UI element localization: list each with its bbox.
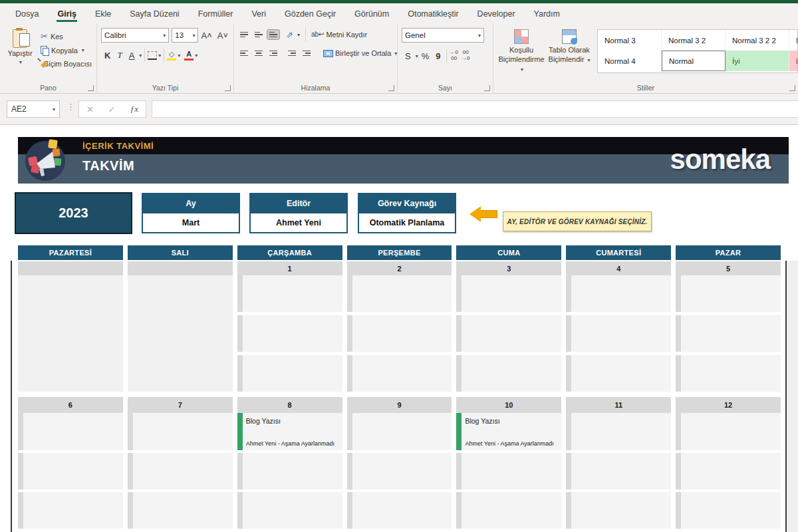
day-cell-1[interactable]: 1: [237, 261, 342, 392]
orientation-button[interactable]: ⇗: [286, 30, 293, 40]
dialog-launcher-icon[interactable]: [388, 85, 394, 91]
event-slot[interactable]: [128, 492, 233, 529]
month-filter[interactable]: Ay Mart: [142, 193, 240, 233]
event-slot-body[interactable]: [462, 275, 561, 312]
event-slot[interactable]: Blog YazısıAhmet Yeni - Aşama Ayarlanmad…: [456, 413, 561, 450]
style-normal-3-2-2[interactable]: Normal 3 2 2: [726, 30, 789, 51]
day-cell-empty[interactable]: [18, 261, 123, 392]
merge-center-button[interactable]: Birleştir ve Ortala ▾: [323, 49, 397, 57]
worksheet[interactable]: İÇERİK TAKVİMİ TAKVİM someka 2023 Ay Mar…: [0, 125, 798, 532]
event-slot[interactable]: [18, 413, 123, 450]
event-slot-body[interactable]: [681, 355, 781, 392]
day-cell-9[interactable]: 9: [347, 397, 452, 529]
event-slot[interactable]: [566, 492, 671, 529]
event-slot[interactable]: Blog YazısıAhmet Yeni - Aşama Ayarlanmad…: [237, 413, 342, 450]
event-slot-body[interactable]: [352, 453, 452, 489]
chevron-down-icon[interactable]: ▾: [587, 57, 590, 63]
event-slot-body[interactable]: [681, 492, 781, 529]
chevron-down-icon[interactable]: ▾: [53, 106, 55, 112]
event-slot-body[interactable]: [571, 453, 671, 489]
chevron-down-icon[interactable]: ▾: [163, 33, 166, 39]
conditional-formatting-button[interactable]: Koşullu Biçimlendirme ▾: [497, 28, 545, 82]
increase-decimal-button[interactable]: ←0 00: [450, 50, 458, 62]
tab-gözden-geçir[interactable]: Gözden Geçir: [277, 5, 343, 24]
wrap-text-button[interactable]: ab↩ Metni Kaydır: [311, 31, 367, 39]
event-slot-body[interactable]: [133, 492, 233, 529]
increase-font-button[interactable]: A˄: [198, 31, 214, 41]
day-cell-5[interactable]: 5: [676, 261, 781, 392]
format-painter-button[interactable]: Biçim Boyacısı: [39, 58, 94, 69]
event-slot[interactable]: [347, 355, 452, 392]
event-slot-body[interactable]: [352, 315, 452, 352]
day-cell-12[interactable]: 12: [676, 397, 781, 529]
day-cell-2[interactable]: 2: [347, 261, 452, 392]
editor-filter[interactable]: Editör Ahmet Yeni: [249, 193, 348, 233]
bold-button[interactable]: K: [101, 50, 114, 61]
year-selector[interactable]: 2023: [15, 192, 132, 234]
day-cell-empty[interactable]: [128, 261, 233, 392]
tab-formüller[interactable]: Formüller: [191, 5, 241, 24]
dialog-launcher-icon[interactable]: [484, 85, 490, 91]
chevron-down-icon[interactable]: ▾: [521, 66, 523, 72]
align-center-button[interactable]: [253, 49, 265, 59]
decrease-decimal-button[interactable]: 00 →0: [462, 50, 469, 62]
event-slot[interactable]: [676, 492, 781, 529]
event-slot[interactable]: [18, 492, 123, 529]
chevron-down-icon[interactable]: ▾: [139, 53, 142, 59]
event-slot-body[interactable]: [462, 453, 561, 489]
day-cell-3[interactable]: 3: [456, 261, 561, 392]
number-format-combo[interactable]: Genel ▾: [402, 28, 484, 43]
style-normal[interactable]: Normal: [662, 51, 726, 71]
event-slot-body[interactable]: [571, 355, 671, 392]
event-slot[interactable]: [566, 315, 671, 352]
task-source-filter-value[interactable]: Otomatik Planlama: [359, 213, 455, 233]
event-slot[interactable]: [237, 355, 342, 392]
accounting-format-button[interactable]: S: [402, 51, 414, 61]
style-normal-4[interactable]: Normal 4: [598, 51, 662, 71]
event-slot-body[interactable]: [571, 275, 671, 312]
decrease-indent-button[interactable]: [286, 49, 298, 59]
format-as-table-button[interactable]: Tablo Olarak Biçimlendir ▾: [545, 28, 593, 82]
event-slot[interactable]: [18, 453, 123, 489]
cut-button[interactable]: ✂ Kes: [39, 30, 94, 43]
enter-icon[interactable]: ✓: [108, 104, 116, 114]
borders-button[interactable]: [148, 51, 157, 60]
event-slot[interactable]: [676, 315, 781, 352]
formula-input[interactable]: [152, 100, 798, 118]
align-top-button[interactable]: [238, 30, 250, 40]
paste-button[interactable]: Yapıştır ▾: [4, 29, 36, 65]
event-slot[interactable]: [456, 492, 561, 529]
event-slot[interactable]: [456, 355, 561, 392]
chevron-down-icon[interactable]: ▾: [192, 33, 195, 39]
font-color-button[interactable]: A: [184, 51, 194, 61]
insert-function-icon[interactable]: ƒx: [130, 104, 138, 114]
dialog-launcher-icon[interactable]: [88, 85, 94, 91]
align-bottom-button[interactable]: [267, 30, 279, 40]
style-normal-3[interactable]: Normal 3: [598, 30, 662, 51]
event-slot[interactable]: [566, 275, 671, 312]
name-box[interactable]: AE2 ▾: [7, 100, 60, 118]
event-slot-body[interactable]: [571, 315, 671, 352]
day-cell-7[interactable]: 7: [128, 397, 233, 529]
style-normal-2[interactable]: Normal 2: [789, 30, 798, 51]
chevron-down-icon[interactable]: ▾: [178, 53, 180, 59]
tab-ekle[interactable]: Ekle: [88, 5, 118, 24]
event-slot[interactable]: [128, 413, 233, 450]
event-slot-body[interactable]: [681, 275, 781, 312]
event-slot-body[interactable]: [352, 355, 452, 392]
event-slot-body[interactable]: [352, 492, 452, 529]
event-slot-body[interactable]: [133, 413, 233, 450]
cancel-icon[interactable]: ✕: [86, 104, 94, 114]
month-filter-value[interactable]: Mart: [143, 213, 239, 233]
tab-sayfa-düzeni[interactable]: Sayfa Düzeni: [122, 5, 186, 24]
chevron-down-icon[interactable]: ▾: [195, 53, 198, 59]
event-slot-body[interactable]: [462, 492, 561, 529]
event-slot-body[interactable]: [243, 492, 342, 529]
chevron-down-icon[interactable]: ▾: [297, 32, 300, 38]
fill-color-button[interactable]: ◇: [167, 51, 176, 61]
task-source-filter[interactable]: Görev Kaynağı Otomatik Planlama: [358, 193, 456, 233]
tab-görünüm[interactable]: Görünüm: [347, 5, 396, 24]
day-cell-10[interactable]: 10Blog YazısıAhmet Yeni - Aşama Ayarlanm…: [456, 397, 561, 529]
event-slot-body[interactable]: [352, 275, 452, 312]
event-slot[interactable]: [237, 275, 342, 312]
